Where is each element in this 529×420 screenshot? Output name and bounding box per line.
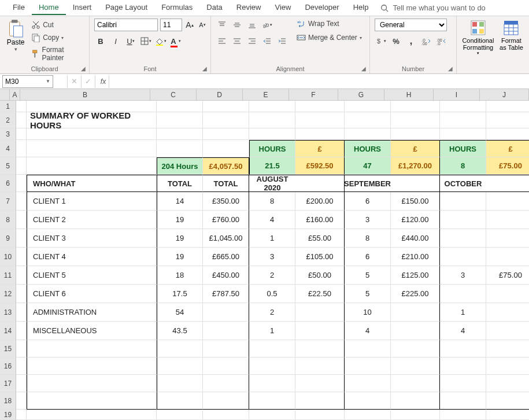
row-header[interactable]: 1 bbox=[0, 101, 16, 112]
column-header[interactable]: A bbox=[10, 89, 20, 100]
month-gbp[interactable]: £1,270.00 bbox=[391, 157, 440, 175]
cell[interactable] bbox=[27, 358, 157, 375]
menu-item-insert[interactable]: Insert bbox=[66, 1, 99, 15]
menu-item-formulas[interactable]: Formulas bbox=[154, 1, 199, 15]
data-gbp[interactable] bbox=[486, 229, 529, 248]
cell[interactable] bbox=[27, 392, 157, 410]
data-gbp[interactable]: £125.00 bbox=[391, 266, 440, 285]
cell[interactable] bbox=[345, 410, 391, 420]
menu-item-page-layout[interactable]: Page Layout bbox=[98, 1, 154, 15]
cell[interactable] bbox=[157, 101, 203, 112]
cells-area[interactable]: SUMMARY OF WORKED HOURSHOURS£HOURS£HOURS… bbox=[16, 101, 529, 420]
data-label[interactable]: CLIENT 5 bbox=[27, 266, 157, 285]
cell[interactable] bbox=[16, 140, 27, 157]
data-total-hours[interactable]: 17.5 bbox=[157, 285, 203, 303]
cell[interactable] bbox=[16, 101, 27, 112]
formula-input[interactable] bbox=[109, 75, 529, 88]
data-hours[interactable]: 1 bbox=[249, 322, 295, 340]
menu-item-home[interactable]: Home bbox=[32, 1, 66, 15]
cell[interactable] bbox=[391, 340, 440, 358]
header-hours[interactable]: HOURS bbox=[249, 140, 295, 157]
data-total-hours[interactable]: 19 bbox=[157, 211, 203, 229]
font-size-input[interactable] bbox=[160, 19, 182, 31]
cell[interactable] bbox=[203, 128, 249, 140]
cell[interactable] bbox=[157, 128, 203, 140]
row-header[interactable]: 15 bbox=[0, 340, 16, 358]
data-hours[interactable]: 0.5 bbox=[249, 285, 295, 303]
cell[interactable] bbox=[295, 358, 345, 375]
column-header[interactable]: F bbox=[289, 89, 338, 100]
cell[interactable] bbox=[440, 392, 486, 410]
cell[interactable] bbox=[440, 410, 486, 420]
sheet-title[interactable]: SUMMARY OF WORKED HOURS bbox=[27, 112, 157, 128]
cell[interactable] bbox=[391, 375, 440, 392]
dialog-launcher-icon[interactable]: ◢ bbox=[361, 65, 368, 72]
data-total-hours[interactable]: 19 bbox=[157, 248, 203, 266]
italic-button[interactable]: I bbox=[109, 35, 122, 47]
data-hours[interactable]: 2 bbox=[249, 303, 295, 322]
cell[interactable] bbox=[16, 410, 27, 420]
month-header[interactable]: AUGUST 2020 bbox=[249, 175, 295, 192]
data-total-hours[interactable]: 54 bbox=[157, 303, 203, 322]
data-gbp[interactable]: £160.00 bbox=[295, 211, 345, 229]
bold-button[interactable]: B bbox=[94, 35, 107, 47]
cell[interactable] bbox=[486, 112, 529, 128]
cell[interactable] bbox=[295, 410, 345, 420]
data-total-hours[interactable]: 19 bbox=[157, 229, 203, 248]
data-hours[interactable]: 6 bbox=[345, 248, 391, 266]
menu-item-review[interactable]: Review bbox=[230, 1, 268, 15]
align-bottom-icon[interactable] bbox=[246, 19, 258, 31]
tell-me-search[interactable]: Tell me what you want to do bbox=[380, 3, 485, 13]
row-header[interactable]: 5 bbox=[0, 157, 16, 175]
data-hours[interactable]: 6 bbox=[345, 192, 391, 211]
dialog-launcher-icon[interactable]: ◢ bbox=[81, 65, 88, 72]
fx-icon[interactable]: fx bbox=[95, 75, 109, 88]
cell[interactable] bbox=[16, 266, 27, 285]
format-painter-button[interactable]: Format Painter bbox=[30, 45, 84, 62]
data-total-hours[interactable]: 43.5 bbox=[157, 322, 203, 340]
cell[interactable] bbox=[157, 112, 203, 128]
summary-hours[interactable]: 204 Hours bbox=[157, 157, 203, 175]
merge-center-button[interactable]: Merge & Center ▾ bbox=[295, 32, 363, 43]
cell[interactable] bbox=[440, 358, 486, 375]
cell[interactable] bbox=[486, 358, 529, 375]
cell[interactable] bbox=[295, 392, 345, 410]
cell[interactable] bbox=[203, 140, 249, 157]
row-header[interactable]: 2 bbox=[0, 112, 16, 128]
data-label[interactable]: CLIENT 2 bbox=[27, 211, 157, 229]
cell[interactable] bbox=[391, 101, 440, 112]
decrease-font-icon[interactable]: A▾ bbox=[197, 19, 208, 31]
data-hours[interactable]: 1 bbox=[249, 229, 295, 248]
header-who-what[interactable]: WHO/WHAT bbox=[27, 175, 157, 192]
cell[interactable] bbox=[203, 410, 249, 420]
data-hours[interactable]: 3 bbox=[440, 266, 486, 285]
spreadsheet-grid[interactable]: ABCDEFGHIJ 12345678910111213141516171819… bbox=[0, 89, 529, 420]
data-total-gbp[interactable]: £760.00 bbox=[203, 211, 249, 229]
cell[interactable] bbox=[157, 392, 203, 410]
data-hours[interactable]: 3 bbox=[249, 248, 295, 266]
column-header[interactable]: B bbox=[20, 89, 150, 100]
cell[interactable] bbox=[249, 112, 295, 128]
data-hours[interactable] bbox=[440, 229, 486, 248]
decrease-decimal-icon[interactable]: .00.0 bbox=[435, 35, 447, 47]
cell[interactable] bbox=[203, 392, 249, 410]
data-hours[interactable] bbox=[440, 285, 486, 303]
copy-button[interactable]: Copy ▾ bbox=[30, 32, 84, 43]
data-label[interactable]: MISCELLANEOUS bbox=[27, 322, 157, 340]
menu-item-help[interactable]: Help bbox=[346, 1, 376, 15]
data-total-gbp[interactable]: £350.00 bbox=[203, 192, 249, 211]
month-header[interactable] bbox=[391, 175, 440, 192]
cell[interactable] bbox=[203, 112, 249, 128]
align-top-icon[interactable] bbox=[216, 19, 228, 31]
format-as-table-button[interactable]: Format as Table bbox=[498, 19, 524, 51]
cell[interactable] bbox=[391, 358, 440, 375]
data-total-hours[interactable]: 14 bbox=[157, 192, 203, 211]
data-gbp[interactable]: £210.00 bbox=[391, 248, 440, 266]
row-header[interactable]: 16 bbox=[0, 358, 16, 375]
data-hours[interactable]: 2 bbox=[249, 266, 295, 285]
summary-gbp[interactable]: £4,057.50 bbox=[203, 157, 249, 175]
column-header[interactable]: H bbox=[384, 89, 434, 100]
column-header[interactable]: E bbox=[243, 89, 289, 100]
row-header[interactable]: 10 bbox=[0, 248, 16, 266]
cell[interactable] bbox=[440, 128, 486, 140]
